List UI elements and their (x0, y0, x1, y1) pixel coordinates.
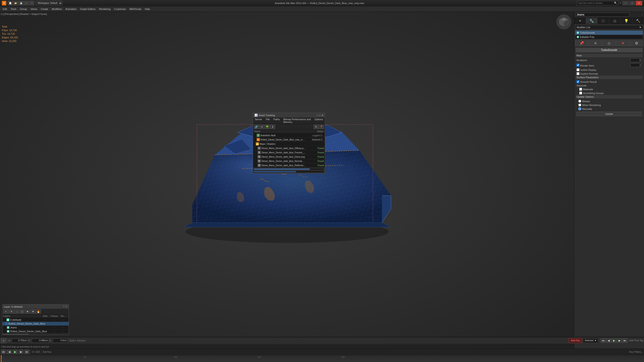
update-options-section[interactable]: Update Options (576, 95, 643, 99)
x-input[interactable] (12, 339, 28, 343)
make-unique-btn[interactable]: ◇ (602, 40, 616, 46)
layer-unfreeze-all-btn[interactable]: 🔥 (36, 309, 41, 314)
go-start-btn[interactable]: ⏮ (601, 338, 606, 343)
show-all-subtrees-btn[interactable]: ≡ (589, 40, 602, 46)
menu-item-customize[interactable]: Customize (112, 6, 128, 12)
selected-dropdown[interactable]: Selected ▼ (583, 338, 598, 343)
layer-freeze-all-btn[interactable]: ❄ (30, 309, 36, 314)
open-btn[interactable]: 📂 (13, 1, 18, 5)
nav-motion[interactable]: ◎ (609, 18, 621, 24)
asset-list-view-btn[interactable]: ≡ (259, 124, 264, 129)
timeline-track[interactable]: 0 50 100 150 200 (0, 355, 644, 362)
layer-select-objects-btn[interactable]: ◻ (20, 309, 24, 314)
menu-item-rendering[interactable]: Rendering (97, 6, 112, 12)
remove-modifier-btn[interactable]: ✕ (616, 40, 630, 46)
menu-item-group[interactable]: Group (18, 6, 29, 12)
nav-hierarchy[interactable]: ⬡ (598, 18, 609, 24)
always-radio[interactable] (578, 100, 581, 103)
configure-modifier-btn[interactable]: ⚙ (630, 40, 643, 46)
timeline-play[interactable]: ▶ (13, 350, 18, 354)
when-rendering-radio[interactable] (578, 103, 581, 106)
layer-item-rolled2[interactable]: Rolled_Diesel_Denim_Dark_Blue — — (2, 330, 68, 333)
stack-item-editablepoly[interactable]: Editable Poly (576, 35, 643, 39)
next-frame-btn[interactable]: ▶ (617, 338, 622, 343)
asset-refresh-btn[interactable]: ↻ (314, 124, 318, 129)
layer-set-current-btn[interactable]: ★ (25, 309, 30, 314)
menu-item-modifiers[interactable]: Modifiers (50, 6, 64, 12)
asset-locate-btn[interactable]: 📍 (319, 124, 324, 129)
asset-item-gloss[interactable]: 🖼 Diesel_Mens_Denim_dark_blue_Gloss.png … (253, 155, 325, 159)
asset-item-normal[interactable]: 🖼 Diesel_Mens_Denim_dark_blue_Normal.png… (253, 159, 325, 163)
asset-item-maps[interactable]: 📁 Maps / Shaders (253, 142, 325, 146)
minimize-btn[interactable]: ─ (622, 1, 629, 5)
smoothing-groups-checkbox[interactable] (579, 92, 582, 94)
workspace-select[interactable]: Workspace: Default (36, 1, 62, 5)
menu-item-help[interactable]: Help (143, 6, 152, 12)
timeline-prev[interactable]: ◀ (7, 350, 12, 354)
timeline-go-start[interactable]: ⏮ (1, 350, 6, 354)
smooth-result-checkbox[interactable] (576, 80, 580, 83)
layer-item-default[interactable]: 0 (default) ✓ — — (2, 318, 68, 322)
asset-menu-bitmap[interactable]: Bitmap Performance and Memory (282, 117, 313, 124)
asset-menu-file[interactable]: File (264, 117, 272, 124)
new-btn[interactable]: 📄 (8, 1, 13, 5)
manually-radio[interactable] (578, 107, 581, 110)
prev-frame-btn[interactable]: ◀ (606, 338, 611, 343)
asset-close-btn[interactable]: ✕ (322, 114, 324, 117)
layer-scrollbar[interactable] (2, 334, 29, 335)
nav-display[interactable]: 💡 (621, 18, 632, 24)
layer-delete-btn[interactable]: ✕ (9, 309, 14, 314)
isoline-checkbox[interactable] (576, 68, 580, 71)
asset-minimize-btn[interactable]: ─ (316, 114, 318, 117)
layer-new-btn[interactable]: + (4, 309, 8, 314)
timeline-cursor[interactable] (1, 355, 2, 362)
timeline-go-end[interactable]: ⏭ (24, 350, 29, 354)
asset-item-vault[interactable]: V Autodesk Vault Logged O... (253, 133, 325, 138)
select-btn[interactable]: ↙ (1, 338, 6, 343)
timeline-next[interactable]: ▶ (18, 350, 24, 354)
key-filters-label[interactable]: Key Filters... (629, 351, 643, 353)
search-input[interactable] (578, 2, 614, 4)
z-input[interactable] (53, 339, 68, 343)
go-end-btn[interactable]: ⏭ (622, 338, 627, 343)
render-iters-checkbox[interactable] (576, 64, 580, 66)
viewport[interactable]: [+] [Perspective] [Shaded + Edged Faces]… (0, 12, 574, 349)
auto-key-btn[interactable]: Auto Key (568, 338, 582, 343)
menu-item-maxscript[interactable]: MAXScript (128, 6, 143, 12)
undo-btn[interactable]: ↩ (24, 1, 29, 5)
asset-tree-view-btn[interactable]: 🌳 (265, 124, 270, 129)
asset-resolve-btn[interactable]: 🔗 (254, 124, 259, 129)
y-input[interactable] (32, 339, 49, 343)
menu-item-graph-editors[interactable]: Graph Editors (78, 6, 97, 12)
close-btn[interactable]: ✕ (636, 1, 642, 5)
visibility-bulb-turbosmooth[interactable] (577, 31, 579, 34)
nav-create[interactable]: ✦ (574, 18, 586, 24)
visibility-bulb-editablepoly[interactable] (577, 36, 579, 38)
nav-cube[interactable]: TOP (556, 14, 572, 30)
object-name-input[interactable] (576, 13, 629, 17)
asset-menu-paths[interactable]: Paths (272, 117, 282, 124)
save-btn[interactable]: 💾 (18, 1, 24, 5)
main-section[interactable]: Main (576, 54, 643, 57)
render-iters-input[interactable] (630, 63, 642, 67)
layer-item-rolled[interactable]: Rolled_Diesel_Denim_Dark_Blue — — — (2, 322, 68, 326)
help-icon[interactable]: ? (620, 2, 621, 4)
layer-item-jeans[interactable]: Jeans — — (2, 326, 68, 330)
asset-maximize-btn[interactable]: □ (319, 114, 320, 117)
asset-item-reflection[interactable]: 🖼 Diesel_Mens_Denim_dark_blue_Reflection… (253, 163, 325, 168)
nav-modify[interactable]: 🔧 (586, 18, 598, 24)
search-box[interactable]: 🔍 (577, 1, 618, 5)
asset-info-btn[interactable]: ℹ (270, 124, 275, 129)
layer-help-btn[interactable]: ? (63, 305, 64, 308)
asset-item-diffuse[interactable]: 🖼 Diesel_Mens_Denim_dark_blue_Diffuse.pn… (253, 146, 325, 150)
menu-item-animation[interactable]: Animation (64, 6, 78, 12)
maximize-btn[interactable]: □ (629, 1, 636, 5)
asset-menu-server[interactable]: Server (253, 117, 264, 124)
menu-item-create[interactable]: Create (39, 6, 50, 12)
menu-item-views[interactable]: Views (29, 6, 39, 12)
asset-item-fresnel[interactable]: 🖼 Diesel_Mens_Denim_dark_blue_Fresnel_io… (253, 150, 325, 155)
modifier-list-dropdown[interactable]: Modifier List ▼ (575, 25, 643, 29)
redo-btn[interactable]: ↪ (29, 1, 34, 5)
asset-menu-options[interactable]: Options (313, 117, 325, 124)
menu-item-edit[interactable]: Edit (1, 6, 9, 12)
